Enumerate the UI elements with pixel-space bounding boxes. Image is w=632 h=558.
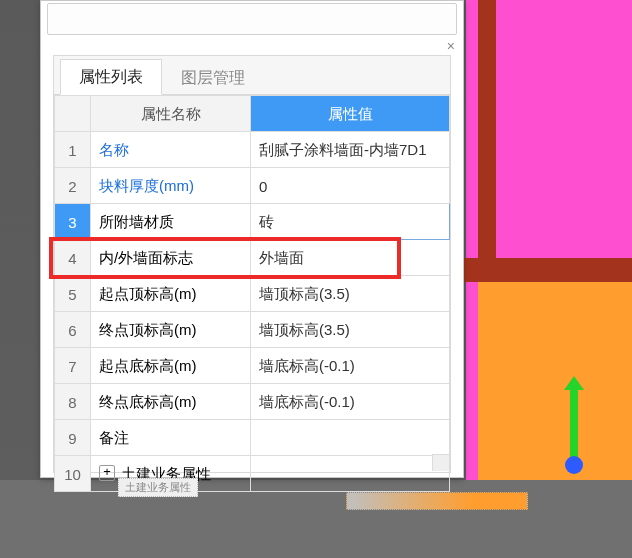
row-number[interactable]: 2 — [55, 168, 91, 204]
property-value-cell[interactable]: 外墙面 — [251, 240, 450, 276]
property-name-cell[interactable]: 起点底标高(m) — [91, 348, 251, 384]
property-value-cell[interactable]: 砖 — [251, 204, 450, 240]
table-row[interactable]: 7起点底标高(m)墙底标高(-0.1) — [55, 348, 450, 384]
row-number[interactable]: 8 — [55, 384, 91, 420]
expand-icon[interactable]: + — [99, 465, 115, 481]
property-name-cell[interactable]: 名称 — [91, 132, 251, 168]
property-name-cell[interactable]: 备注 — [91, 420, 251, 456]
property-value-cell[interactable]: 墙底标高(-0.1) — [251, 348, 450, 384]
property-name-cell[interactable]: 起点顶标高(m) — [91, 276, 251, 312]
scroll-corner — [432, 454, 449, 471]
property-panel: × 属性列表 图层管理 属性名称 属性值 1名称刮腻子涂料墙面-内墙7D12块料… — [40, 0, 464, 478]
row-number[interactable]: 5 — [55, 276, 91, 312]
grid-header-row: 属性名称 属性值 — [55, 96, 450, 132]
property-name-cell[interactable]: 终点顶标高(m) — [91, 312, 251, 348]
tab-layers[interactable]: 图层管理 — [162, 60, 264, 95]
row-number[interactable]: 9 — [55, 420, 91, 456]
row-number[interactable]: 1 — [55, 132, 91, 168]
row-number[interactable]: 6 — [55, 312, 91, 348]
property-name-cell[interactable]: 内/外墙面标志 — [91, 240, 251, 276]
property-value-cell[interactable]: 墙顶标高(3.5) — [251, 276, 450, 312]
property-sub-panel: 属性列表 图层管理 属性名称 属性值 1名称刮腻子涂料墙面-内墙7D12块料厚度… — [53, 55, 451, 473]
property-value-cell[interactable]: 墙底标高(-0.1) — [251, 384, 450, 420]
table-row[interactable]: 2块料厚度(mm)0 — [55, 168, 450, 204]
property-value-cell[interactable] — [251, 456, 450, 492]
cad-region-orange — [478, 260, 632, 490]
cad-wall-horizontal — [460, 258, 632, 282]
property-value-cell[interactable]: 墙顶标高(3.5) — [251, 312, 450, 348]
table-row[interactable]: 5起点顶标高(m)墙顶标高(3.5) — [55, 276, 450, 312]
grid-header-rownum — [55, 96, 91, 132]
property-value-cell[interactable]: 0 — [251, 168, 450, 204]
ghost-label: 土建业务属性 — [118, 478, 198, 497]
grid-header-value[interactable]: 属性值 — [251, 96, 450, 132]
table-row[interactable]: 8终点底标高(m)墙底标高(-0.1) — [55, 384, 450, 420]
row-number[interactable]: 7 — [55, 348, 91, 384]
property-value-cell[interactable] — [251, 420, 450, 456]
table-row[interactable]: 3所附墙材质砖 — [55, 204, 450, 240]
table-row[interactable]: 10+土建业务属性 — [55, 456, 450, 492]
panel-blank-field[interactable] — [47, 3, 457, 35]
property-name-cell[interactable]: 所附墙材质 — [91, 204, 251, 240]
row-number[interactable]: 4 — [55, 240, 91, 276]
close-icon[interactable]: × — [447, 39, 455, 53]
cad-ground-strip — [346, 492, 528, 510]
table-row[interactable]: 4内/外墙面标志外墙面 — [55, 240, 450, 276]
property-name-cell[interactable]: 块料厚度(mm) — [91, 168, 251, 204]
property-value-cell[interactable]: 刮腻子涂料墙面-内墙7D1 — [251, 132, 450, 168]
table-row[interactable]: 9备注 — [55, 420, 450, 456]
property-grid: 属性名称 属性值 1名称刮腻子涂料墙面-内墙7D12块料厚度(mm)03所附墙材… — [54, 95, 450, 492]
grid-header-name[interactable]: 属性名称 — [91, 96, 251, 132]
row-number[interactable]: 3 — [55, 204, 91, 240]
tab-properties[interactable]: 属性列表 — [60, 59, 162, 95]
axis-origin-icon — [565, 456, 583, 474]
tab-strip: 属性列表 图层管理 — [54, 56, 450, 95]
property-name-cell[interactable]: 终点底标高(m) — [91, 384, 251, 420]
row-number[interactable]: 10 — [55, 456, 91, 492]
axis-y-icon — [570, 388, 578, 458]
table-row[interactable]: 1名称刮腻子涂料墙面-内墙7D1 — [55, 132, 450, 168]
table-row[interactable]: 6终点顶标高(m)墙顶标高(3.5) — [55, 312, 450, 348]
